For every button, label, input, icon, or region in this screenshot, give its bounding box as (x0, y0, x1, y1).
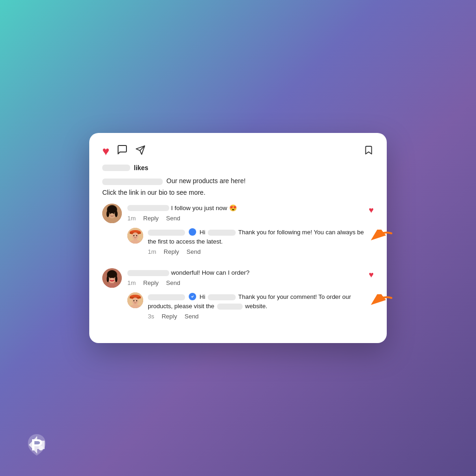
svg-point-37 (136, 300, 137, 301)
reply-website-suffix: website. (245, 303, 267, 310)
svg-point-10 (113, 212, 115, 214)
send-button-2[interactable]: Send (166, 279, 180, 286)
reply-content-2: Hi Thank you for your comment! To order … (148, 292, 374, 320)
verified-badge-1 (189, 228, 196, 236)
svg-point-36 (133, 300, 134, 301)
comment-main-1: I follow you just now 😍 1m Reply Send ♥ (102, 204, 374, 223)
left-action-icons: ♥ (102, 144, 145, 159)
reply-username-skeleton-2 (148, 294, 185, 300)
comment-body-1: I follow you just now 😍 (171, 204, 237, 213)
comment-text-2: wonderful! How can I order? (127, 268, 374, 278)
username-skeleton-caption (102, 178, 163, 185)
reply-username-skeleton-1 (148, 230, 185, 236)
svg-point-7 (106, 211, 109, 217)
reply-send-button-1[interactable]: Send (186, 248, 200, 255)
comment-body-2: wonderful! How can I order? (171, 268, 250, 278)
verified-badge-2 (189, 293, 196, 300)
comment-actions-2: 1m Reply Send (127, 279, 374, 286)
likes-count-skeleton (102, 165, 130, 171)
comment-time-1: 1m (127, 215, 136, 222)
social-post-card: ♥ likes (89, 133, 387, 344)
comment-block-2: wonderful! How can I order? 1m Reply Sen… (102, 268, 374, 324)
comment-heart-2[interactable]: ♥ (369, 270, 374, 280)
svg-point-29 (110, 277, 111, 278)
svg-point-9 (110, 212, 111, 214)
caption-line2: Click the link in our bio to see more. (102, 189, 374, 196)
reply-content-1: Hi Thank you for following me! You can a… (148, 228, 374, 255)
reply-block-1: Hi Thank you for following me! You can a… (127, 228, 374, 255)
likes-label: likes (134, 164, 148, 172)
post-actions-row: ♥ (102, 144, 374, 159)
orange-arrow-1 (369, 230, 392, 246)
comment-text-1: I follow you just now 😍 (127, 204, 374, 213)
caption-line1: Our new products are here! (102, 176, 374, 188)
send-button-1[interactable]: Send (166, 215, 180, 222)
reply-text-2: Hi Thank you for your comment! To order … (148, 292, 374, 311)
bookmark-icon[interactable] (364, 145, 374, 157)
reply-button-1[interactable]: Reply (143, 215, 159, 222)
reply-actions-1: 1m Reply Send (148, 248, 374, 255)
comment-actions-1: 1m Reply Send (127, 215, 374, 222)
commenter-avatar-1 (102, 204, 122, 223)
reply-block-2: Hi Thank you for your comment! To order … (127, 292, 374, 320)
svg-point-16 (132, 232, 139, 240)
reply-reply-button-1[interactable]: Reply (164, 248, 179, 255)
comment-main-2: wonderful! How can I order? 1m Reply Sen… (102, 268, 374, 288)
reply-avatar-2 (127, 292, 143, 308)
reply-button-2[interactable]: Reply (143, 279, 159, 286)
like-icon[interactable]: ♥ (102, 144, 109, 159)
svg-point-30 (113, 277, 115, 278)
commenter-name-skeleton-2 (127, 270, 169, 276)
reply-mention-skeleton-2 (208, 294, 236, 300)
comment-block-1: I follow you just now 😍 1m Reply Send ♥ (102, 204, 374, 259)
svg-point-8 (115, 211, 118, 217)
reply-send-button-2[interactable]: Send (185, 313, 198, 320)
reply-time-2: 3s (148, 313, 154, 320)
comments-section: I follow you just now 😍 1m Reply Send ♥ (102, 204, 374, 331)
comment-icon[interactable] (117, 144, 128, 158)
reply-website-skeleton (217, 304, 243, 310)
svg-point-18 (136, 235, 137, 236)
reply-reply-button-2[interactable]: Reply (162, 313, 177, 320)
commenter-avatar-2 (102, 268, 122, 288)
svg-point-35 (132, 298, 139, 305)
svg-point-20 (190, 230, 195, 234)
send-icon[interactable] (135, 145, 145, 157)
svg-point-27 (107, 276, 109, 282)
comment-content-2: wonderful! How can I order? 1m Reply Sen… (127, 268, 374, 286)
svg-point-28 (115, 276, 118, 282)
likes-row: likes (102, 164, 374, 172)
svg-point-17 (133, 235, 134, 236)
reply-hi-2: Hi (199, 293, 205, 300)
app-logo (24, 432, 49, 459)
comment-heart-1[interactable]: ♥ (369, 205, 374, 215)
reply-main-1: Hi Thank you for following me! You can a… (127, 228, 374, 255)
reply-time-1: 1m (148, 248, 156, 255)
comment-content-1: I follow you just now 😍 1m Reply Send (127, 204, 374, 222)
reply-actions-2: 3s Reply Send (148, 313, 374, 320)
caption-text-1: Our new products are here! (166, 176, 245, 186)
reply-avatar-1 (127, 228, 143, 244)
commenter-name-skeleton-1 (127, 205, 169, 211)
svg-point-26 (107, 271, 117, 278)
comment-time-2: 1m (127, 279, 136, 286)
reply-main-2: Hi Thank you for your comment! To order … (127, 292, 374, 320)
reply-hi-1: Hi (199, 229, 205, 236)
reply-text-1: Hi Thank you for following me! You can a… (148, 228, 374, 246)
orange-arrow-2 (369, 294, 392, 311)
reply-mention-skeleton-1 (208, 230, 236, 236)
